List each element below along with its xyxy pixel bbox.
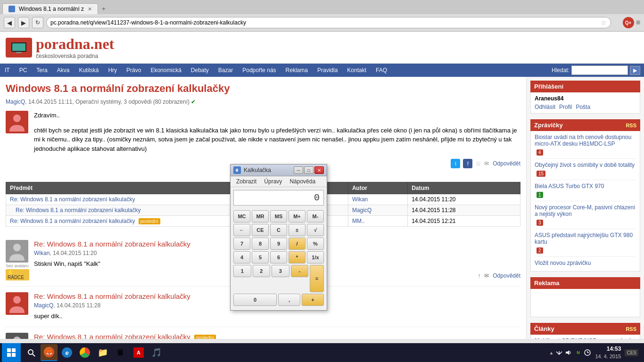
nav-faq[interactable]: FAQ bbox=[371, 64, 392, 76]
calc-backspace-button[interactable]: ← bbox=[233, 224, 250, 236]
calc-8-button[interactable]: 8 bbox=[252, 238, 269, 250]
new-tab-button[interactable]: + bbox=[98, 3, 109, 14]
facebook-share-icon[interactable]: f bbox=[463, 159, 472, 168]
calc-menu-napoveda[interactable]: Nápověda bbox=[286, 177, 319, 186]
taskbar-app-firefox[interactable]: 🦊 bbox=[41, 344, 58, 361]
start-button[interactable] bbox=[2, 343, 21, 362]
search-button[interactable]: ▶ bbox=[630, 66, 640, 75]
author-link[interactable]: MagicQ bbox=[6, 99, 25, 105]
calc-menu-upravy[interactable]: Úpravy bbox=[260, 177, 286, 186]
nav-akva[interactable]: Akva bbox=[52, 64, 74, 76]
nav-ekonomicka[interactable]: Ekonomická bbox=[146, 64, 186, 76]
calc-maximize-button[interactable]: □ bbox=[304, 166, 314, 174]
calc-close-button[interactable]: ✕ bbox=[314, 166, 324, 174]
calc-5-button[interactable]: 5 bbox=[252, 251, 269, 263]
network-tray-icon[interactable] bbox=[555, 349, 563, 356]
browser-menu-button[interactable]: ≡ bbox=[636, 18, 640, 27]
calc-3-button[interactable]: 3 bbox=[272, 265, 289, 277]
refresh-button[interactable]: ↻ bbox=[32, 17, 43, 28]
taskbar-app-search[interactable] bbox=[23, 344, 40, 361]
taskbar-app-chrome[interactable] bbox=[76, 344, 93, 361]
calc-4-button[interactable]: 4 bbox=[233, 251, 250, 263]
calc-percent-button[interactable]: % bbox=[307, 238, 324, 250]
rss-icon[interactable]: RSS bbox=[626, 123, 636, 128]
post-reply-link[interactable]: Odpovědět bbox=[493, 272, 520, 279]
calc-mminus-button[interactable]: M- bbox=[307, 210, 324, 222]
mail-link[interactable]: Pošta bbox=[576, 104, 590, 110]
calc-mplus-button[interactable]: M+ bbox=[289, 210, 305, 222]
articles-rss-icon[interactable]: RSS bbox=[626, 326, 636, 332]
calc-6-button[interactable]: 6 bbox=[270, 251, 287, 263]
tray-up-arrow[interactable]: ▲ bbox=[549, 350, 553, 355]
calc-9-button[interactable]: 9 bbox=[270, 238, 287, 250]
article-body: chtěl bych se zeptat jestli jde zobrazit… bbox=[34, 126, 520, 154]
calc-reciprocal-button[interactable]: 1/x bbox=[307, 251, 324, 263]
twitter-share-icon[interactable]: t bbox=[451, 159, 460, 168]
calc-sqrt-button[interactable]: √ bbox=[307, 224, 324, 236]
reply-link[interactable]: Odpovědět bbox=[493, 160, 520, 167]
logout-link[interactable]: Odhlásit bbox=[535, 104, 555, 110]
time-display[interactable]: 14:53 14. 4. 2015 bbox=[595, 345, 621, 360]
taskbar-app-media[interactable]: 🎵 bbox=[148, 344, 165, 361]
profile-link[interactable]: Profil bbox=[559, 104, 572, 110]
search-input[interactable] bbox=[571, 66, 628, 75]
thread-author[interactable]: MM.. bbox=[352, 218, 365, 224]
thread-link[interactable]: Re: Windows 8.1 a normální zobrazení kal… bbox=[10, 218, 135, 224]
nav-hry[interactable]: Hry bbox=[103, 64, 122, 76]
calc-mc-button[interactable]: MC bbox=[233, 210, 250, 222]
nav-tera[interactable]: Tera bbox=[32, 64, 52, 76]
calc-2-button[interactable]: 2 bbox=[253, 265, 271, 277]
thread-link[interactable]: Re: Windows 8.1 a normální zobrazení kal… bbox=[10, 196, 135, 203]
volume-tray-icon[interactable] bbox=[565, 349, 572, 356]
nav-reklama[interactable]: Reklama bbox=[281, 64, 313, 76]
logo[interactable]: poradna.net československá poradna bbox=[6, 35, 114, 59]
calc-sign-button[interactable]: ± bbox=[289, 224, 305, 236]
nav-debaty[interactable]: Debaty bbox=[186, 64, 214, 76]
calc-1-button[interactable]: 1 bbox=[233, 265, 251, 277]
back-button[interactable]: ◀ bbox=[4, 17, 15, 28]
thread-author[interactable]: Wikan bbox=[352, 196, 368, 203]
forward-button[interactable]: ▶ bbox=[18, 17, 29, 28]
email-icon[interactable]: ✉ bbox=[484, 160, 489, 167]
extension-icon[interactable]: Q+ bbox=[623, 17, 634, 28]
bookmark-icon[interactable]: ☆ bbox=[601, 19, 607, 26]
calc-dot-button[interactable]: , bbox=[278, 294, 300, 306]
nvidia-tray-icon[interactable]: N bbox=[574, 349, 582, 356]
taskbar-app-ie[interactable]: e bbox=[58, 344, 75, 361]
nav-it[interactable]: IT bbox=[0, 64, 15, 76]
url-bar[interactable] bbox=[46, 17, 611, 28]
calc-mr-button[interactable]: MR bbox=[252, 210, 269, 222]
calc-ms-button[interactable]: MS bbox=[270, 210, 287, 222]
taskbar-app-calc[interactable]: 🖩 bbox=[112, 344, 129, 361]
calc-ce-button[interactable]: CE bbox=[252, 224, 269, 236]
calc-0-button[interactable]: 0 bbox=[233, 294, 277, 306]
taskbar-app-files[interactable]: 📁 bbox=[94, 344, 111, 361]
nav-bazar[interactable]: Bazar bbox=[214, 64, 238, 76]
calc-menu-zobrazit[interactable]: Zobrazit bbox=[232, 177, 260, 186]
browser-tab[interactable]: Windows 8.1 a normální z ✕ bbox=[2, 3, 98, 14]
nav-pravidla[interactable]: Pravidla bbox=[313, 64, 342, 76]
calc-c-button[interactable]: C bbox=[270, 224, 287, 236]
nav-kutilska[interactable]: Kutilská bbox=[74, 64, 103, 76]
star-icon[interactable]: ☆ bbox=[475, 160, 481, 167]
nav-pc[interactable]: PC bbox=[15, 64, 32, 76]
calc-multiply-button[interactable]: * bbox=[289, 251, 305, 263]
email-post-icon[interactable]: ✉ bbox=[484, 272, 489, 279]
thread-author[interactable]: MagicQ bbox=[352, 207, 372, 214]
calc-minus-button[interactable]: - bbox=[291, 265, 309, 277]
thread-link[interactable]: Re: Windows 8.1 a normální zobrazení kal… bbox=[16, 207, 140, 214]
nav-pravo[interactable]: Právo bbox=[122, 64, 146, 76]
tab-close-button[interactable]: ✕ bbox=[88, 6, 92, 12]
calc-equals-button[interactable]: = bbox=[310, 265, 324, 292]
clock-tray-icon[interactable] bbox=[584, 349, 591, 356]
calc-divide-button[interactable]: / bbox=[289, 238, 305, 250]
upvote-icon[interactable]: ↑ bbox=[478, 272, 480, 279]
add-news-link[interactable]: Vložit novou zprávičku bbox=[535, 260, 636, 266]
calc-plus-button[interactable]: + bbox=[302, 294, 324, 306]
calc-7-button[interactable]: 7 bbox=[233, 238, 250, 250]
nav-podporte[interactable]: Podpořte nás bbox=[238, 64, 281, 76]
calc-minimize-button[interactable]: ─ bbox=[294, 166, 303, 174]
taskbar-app-adobe[interactable]: A bbox=[130, 344, 147, 361]
nav-kontakt[interactable]: Kontakt bbox=[342, 64, 371, 76]
calc-app-icon: 🖩 bbox=[233, 166, 241, 174]
